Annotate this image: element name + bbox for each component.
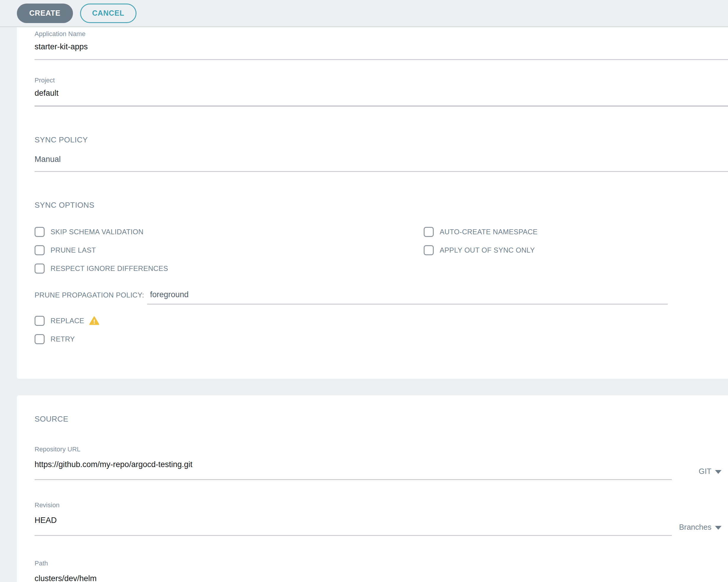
prune-propagation-policy-label: PRUNE PROPAGATION POLICY: [34,290,144,299]
replace-label: REPLACE [51,317,84,325]
project-input[interactable] [34,88,728,107]
prune-propagation-policy-value: foreground [150,290,189,299]
cancel-button[interactable]: CANCEL [80,4,136,23]
repo-type-selector[interactable]: GIT [672,446,728,480]
respect-ignore-differences-checkbox[interactable] [34,264,45,273]
sync-options-extra: REPLACE RETRY [34,312,728,348]
retry-checkbox[interactable] [34,334,45,344]
create-button[interactable]: CREATE [17,4,73,23]
source-section-card: SOURCE Repository URL GIT Revision Branc… [17,395,728,582]
sync-option-row: SKIP SCHEMA VALIDATION [34,223,424,241]
sync-policy-heading: SYNC POLICY [34,135,728,144]
general-section-card: Application Name Project SYNC POLICY Man… [17,27,728,379]
application-name-field: Application Name [34,30,728,60]
replace-checkbox[interactable] [34,316,45,326]
revision-input[interactable] [34,515,672,536]
chevron-down-icon [715,526,722,530]
warning-icon[interactable] [89,316,100,326]
revision-label: Revision [34,501,672,509]
respect-ignore-differences-label: RESPECT IGNORE DIFFERENCES [51,264,168,273]
revision-field: Revision Branches [34,501,728,536]
apply-out-of-sync-only-checkbox[interactable] [424,245,434,255]
project-label: Project [34,77,728,84]
project-field: Project [34,77,728,107]
chevron-down-icon [715,470,722,474]
sync-options-right-column: AUTO-CREATE NAMESPACE APPLY OUT OF SYNC … [424,223,538,278]
sync-option-row: REPLACE [34,312,728,330]
prune-last-label: PRUNE LAST [51,246,96,254]
sync-option-row: PRUNE LAST [34,241,424,259]
path-label: Path [34,559,728,567]
path-input[interactable] [34,574,728,582]
action-toolbar: CREATE CANCEL [0,0,728,27]
skip-schema-validation-label: SKIP SCHEMA VALIDATION [51,228,144,236]
repository-url-field: Repository URL GIT [34,446,728,480]
sync-options-heading: SYNC OPTIONS [34,200,728,210]
prune-propagation-policy-select[interactable]: foreground [147,290,668,305]
prune-last-checkbox[interactable] [34,245,45,255]
sync-option-row: RESPECT IGNORE DIFFERENCES [34,259,424,278]
sync-options-left-column: SKIP SCHEMA VALIDATION PRUNE LAST RESPEC… [34,223,424,278]
auto-create-namespace-checkbox[interactable] [424,227,434,237]
application-name-label: Application Name [34,30,728,38]
sync-option-row: AUTO-CREATE NAMESPACE [424,223,538,241]
skip-schema-validation-checkbox[interactable] [34,227,45,237]
repository-url-input[interactable] [34,460,672,480]
sync-option-row: RETRY [34,330,728,348]
retry-label: RETRY [51,335,75,343]
revision-type-selector-value: Branches [679,523,711,532]
sync-policy-select[interactable]: Manual [34,155,728,172]
sync-options-checkboxes: SKIP SCHEMA VALIDATION PRUNE LAST RESPEC… [34,223,728,278]
auto-create-namespace-label: AUTO-CREATE NAMESPACE [440,228,538,236]
application-name-input[interactable] [34,42,728,60]
apply-out-of-sync-only-label: APPLY OUT OF SYNC ONLY [440,246,535,254]
repo-type-selector-value: GIT [699,467,711,476]
sync-option-row: APPLY OUT OF SYNC ONLY [424,241,538,259]
prune-propagation-policy-field: PRUNE PROPAGATION POLICY: foreground [34,290,668,305]
path-field: Path [34,559,728,582]
source-heading: SOURCE [34,414,728,424]
repository-url-label: Repository URL [34,446,672,453]
revision-type-selector[interactable]: Branches [672,501,728,536]
